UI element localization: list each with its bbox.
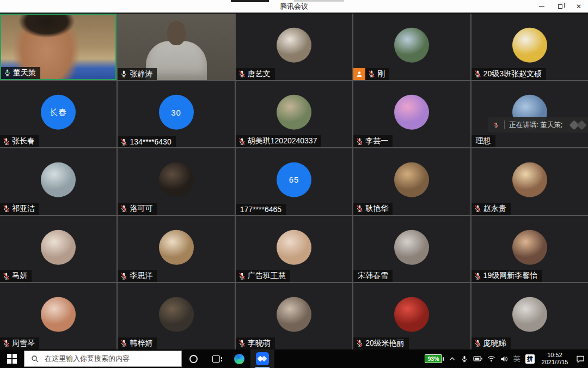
meeting-watermark-logo	[567, 119, 584, 130]
meeting-app-button[interactable]	[250, 349, 274, 368]
participant-tile[interactable]: 广告班王慧	[236, 216, 352, 282]
ime-indicator[interactable]: 拼	[525, 354, 535, 364]
participant-tile[interactable]: 20级3班张赵文硕	[471, 14, 588, 80]
participant-tile[interactable]: 庞晓娣	[471, 283, 588, 349]
participant-name: 马妍	[12, 271, 27, 281]
participant-label: 李思洋	[118, 270, 157, 282]
avatar	[512, 162, 547, 197]
participant-label: 李芸一	[353, 135, 393, 147]
participant-label: 胡美琪12020240337	[236, 135, 322, 147]
participant-tile[interactable]: 胡美琪12020240337	[236, 81, 352, 148]
mic-icon	[356, 204, 364, 213]
participant-tile[interactable]: 李晓萌	[236, 283, 352, 349]
participant-tile[interactable]: 宋韩春雪	[353, 216, 470, 282]
participant-tile[interactable]: 李思洋	[118, 216, 234, 282]
participant-label: 理想	[471, 135, 495, 147]
mic-icon	[120, 138, 128, 146]
participant-label: 177****6465	[236, 204, 286, 215]
toast-divider	[504, 120, 505, 129]
avatar	[159, 162, 194, 197]
participant-tile[interactable]: 刚	[353, 14, 470, 80]
participant-label: 庞晓娣	[471, 337, 511, 349]
avatar	[394, 95, 429, 130]
battery-badge[interactable]: 93%	[425, 354, 444, 363]
participant-label: 洛可可	[118, 203, 157, 215]
tray-network-icon[interactable]	[487, 355, 495, 362]
action-center-icon[interactable]	[576, 355, 585, 363]
minimize-button[interactable]	[532, 0, 551, 13]
battery-percent: 93%	[425, 354, 442, 363]
participant-tile[interactable]: 董天策	[0, 14, 117, 80]
edge-icon	[234, 354, 244, 364]
mic-icon	[120, 272, 128, 280]
participant-name: 唐艺文	[248, 69, 271, 79]
cortana-button[interactable]	[182, 349, 205, 368]
restore-icon	[558, 4, 562, 9]
participant-tile[interactable]: 长春	[0, 81, 117, 148]
participant-name: 宋韩春雪	[358, 271, 388, 281]
search-icon	[31, 355, 39, 363]
participant-tile[interactable]: 赵永贵	[471, 148, 588, 215]
taskbar-clock[interactable]: 10:52 2021/7/15	[540, 352, 570, 366]
participant-grid: 董天策	[0, 14, 588, 349]
edge-button[interactable]	[228, 349, 250, 368]
avatar	[41, 297, 76, 332]
tray-battery-icon[interactable]	[473, 355, 482, 362]
restore-button[interactable]	[551, 0, 569, 13]
participant-tile[interactable]: 19级网新李馨怡	[471, 216, 588, 282]
avatar	[512, 28, 547, 63]
mic-icon	[474, 70, 482, 78]
participant-label: 20级米艳丽	[353, 337, 409, 349]
taskbar: 在这里输入你要搜索的内容 93%	[0, 349, 588, 368]
search-placeholder: 在这里输入你要搜索的内容	[45, 354, 130, 364]
avatar	[394, 28, 429, 63]
mic-icon	[238, 70, 246, 78]
participant-tile[interactable]: 韩梓婧	[118, 283, 234, 349]
mic-icon	[367, 70, 376, 78]
participant-label: 马妍	[0, 270, 32, 282]
task-view-button[interactable]	[205, 349, 228, 368]
participant-tile[interactable]: 20级米艳丽	[353, 283, 470, 349]
avatar	[41, 230, 76, 264]
participant-label: 韩梓婧	[118, 337, 157, 349]
participant-tile[interactable]: 理想	[471, 81, 588, 148]
participant-tile[interactable]: 李芸一	[353, 81, 470, 148]
avatar: 65	[277, 162, 311, 197]
mic-icon	[2, 137, 10, 146]
tray-mic-icon[interactable]	[461, 355, 468, 363]
participant-label: 周雪琴	[0, 337, 39, 349]
avatar	[512, 230, 547, 264]
avatar: 30	[159, 95, 194, 130]
participant-name: 广告班王慧	[248, 271, 286, 281]
toast-mic-muted-icon	[493, 121, 499, 129]
mic-icon	[356, 339, 364, 347]
cortana-icon	[189, 355, 198, 363]
participant-tile[interactable]: 张静涛	[118, 14, 234, 80]
close-button[interactable]: ✕	[569, 0, 588, 13]
participant-tile[interactable]: 65	[236, 148, 352, 215]
participant-tile[interactable]: 耿艳华	[353, 148, 470, 215]
mic-icon	[2, 339, 10, 347]
tray-volume-icon[interactable]	[500, 355, 509, 363]
mic-icon	[474, 204, 482, 213]
avatar	[277, 28, 311, 63]
participant-tile[interactable]: 祁亚洁	[0, 148, 117, 215]
participant-tile[interactable]: 唐艺文	[236, 14, 352, 80]
participant-tile[interactable]: 马妍	[0, 216, 117, 282]
participant-name: 董天策	[13, 68, 36, 78]
system-tray: 93%	[425, 352, 588, 366]
lang-indicator[interactable]: 英	[513, 354, 520, 364]
start-button[interactable]	[0, 349, 24, 368]
participant-tile[interactable]: 周雪琴	[0, 283, 117, 349]
tencent-meeting-window: 腾讯会议 ✕	[0, 0, 588, 368]
tray-chevron-icon[interactable]	[449, 356, 456, 361]
avatar	[277, 297, 311, 332]
mic-icon	[120, 339, 128, 347]
member-badge-icon	[353, 68, 365, 80]
participant-label: 唐艺文	[236, 68, 275, 80]
participant-tile[interactable]: 30	[118, 81, 234, 148]
taskbar-search[interactable]: 在这里输入你要搜索的内容	[24, 351, 182, 367]
mic-icon	[474, 339, 482, 347]
participant-tile[interactable]: 洛可可	[118, 148, 234, 215]
mic-icon	[238, 137, 246, 146]
